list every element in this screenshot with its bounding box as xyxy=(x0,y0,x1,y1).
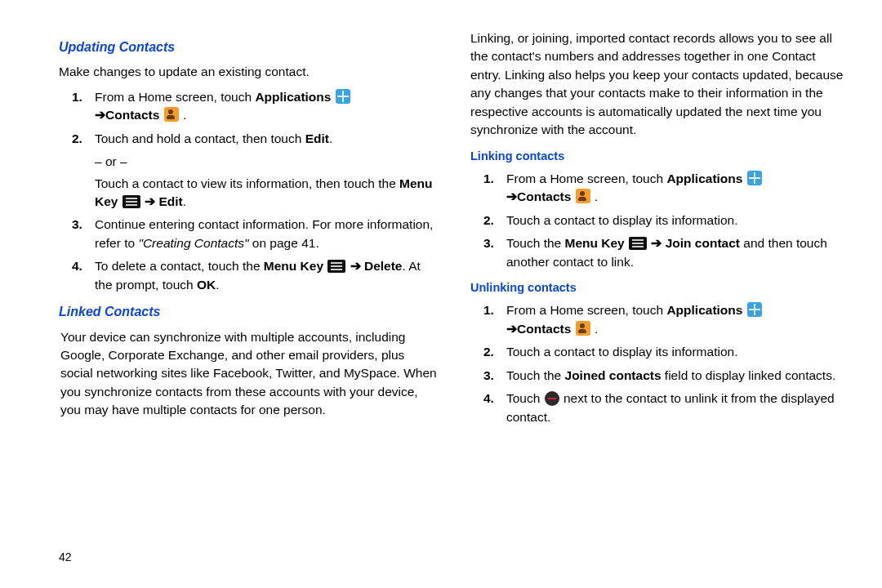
link-step-1: 1. From a Home screen, touch Application… xyxy=(470,170,849,207)
step-2-or: – or – xyxy=(59,153,438,171)
unlink-step-4: 4. Touch next to the contact to unlink i… xyxy=(470,390,849,426)
step-2: 2. Touch and hold a contact, then touch … xyxy=(59,130,438,148)
step-text: From a Home screen, touch Applications ➔… xyxy=(95,90,351,122)
step-4: 4. To delete a contact, touch the Menu K… xyxy=(59,257,438,294)
heading-unlinking-contacts: Unlinking contacts xyxy=(470,279,849,296)
step-number: 1. xyxy=(483,170,494,188)
step-text: Touch and hold a contact, then touch Edi… xyxy=(95,131,332,145)
left-column: Updating Contacts Make changes to update… xyxy=(59,29,438,431)
unlink-step-3: 3. Touch the Joined contacts field to di… xyxy=(470,367,849,385)
step-number: 3. xyxy=(72,216,82,234)
contacts-icon xyxy=(576,321,590,336)
applications-icon xyxy=(747,302,762,317)
unlinking-steps: 1. From a Home screen, touch Application… xyxy=(470,301,849,426)
applications-icon xyxy=(336,89,350,104)
step-text: To delete a contact, touch the Menu Key … xyxy=(95,259,421,291)
step-text: Touch a contact to display its informati… xyxy=(506,213,737,227)
right-column: Linking, or joining, imported contact re… xyxy=(470,29,849,431)
applications-icon xyxy=(747,171,762,185)
step-1: 1. From a Home screen, touch Application… xyxy=(59,88,438,125)
step-text: Touch the Joined contacts field to displ… xyxy=(506,368,835,382)
page-number: 42 xyxy=(59,549,72,565)
updating-steps-cont: 3. Continue entering contact information… xyxy=(59,216,438,294)
step-number: 4. xyxy=(483,390,494,408)
linked-contacts-para: Your device can synchronize with multipl… xyxy=(59,328,438,420)
step-number: 2. xyxy=(483,212,494,229)
step-text: Touch the Menu Key ➔ Join contact and th… xyxy=(506,236,827,268)
step-text: From a Home screen, touch Applications ➔… xyxy=(506,172,763,203)
linking-intro: Linking, or joining, imported contact re… xyxy=(470,29,849,140)
remove-icon xyxy=(545,391,559,406)
heading-linking-contacts: Linking contacts xyxy=(470,148,849,165)
step-2-alt: Touch a contact to view its information,… xyxy=(59,175,438,212)
heading-updating-contacts: Updating Contacts xyxy=(59,38,438,56)
step-text: Touch a contact to display its informati… xyxy=(506,345,737,359)
updating-steps: 1. From a Home screen, touch Application… xyxy=(59,88,438,148)
step-number: 3. xyxy=(483,367,494,385)
step-number: 2. xyxy=(72,130,82,148)
link-step-2: 2. Touch a contact to display its inform… xyxy=(470,212,849,229)
menu-key-icon xyxy=(327,260,345,273)
contacts-icon xyxy=(164,107,179,122)
step-number: 1. xyxy=(483,301,494,319)
unlink-step-2: 2. Touch a contact to display its inform… xyxy=(470,343,849,361)
contacts-icon xyxy=(576,189,590,203)
link-step-3: 3. Touch the Menu Key ➔ Join contact and… xyxy=(470,234,849,271)
step-number: 3. xyxy=(483,234,494,252)
step-number: 4. xyxy=(72,257,82,275)
menu-key-icon xyxy=(629,237,647,250)
heading-linked-contacts: Linked Contacts xyxy=(59,302,438,321)
step-text: Continue entering contact information. F… xyxy=(95,217,433,249)
linking-steps: 1. From a Home screen, touch Application… xyxy=(470,170,849,271)
step-3: 3. Continue entering contact information… xyxy=(59,216,438,252)
step-text: From a Home screen, touch Applications ➔… xyxy=(506,303,763,335)
step-number: 1. xyxy=(72,88,82,106)
unlink-step-1: 1. From a Home screen, touch Application… xyxy=(470,301,849,338)
step-text: Touch next to the contact to unlink it f… xyxy=(506,391,835,423)
updating-intro: Make changes to update an existing conta… xyxy=(59,63,438,81)
menu-key-icon xyxy=(122,195,140,208)
manual-page: Updating Contacts Make changes to update… xyxy=(0,0,882,431)
step-number: 2. xyxy=(483,343,494,361)
